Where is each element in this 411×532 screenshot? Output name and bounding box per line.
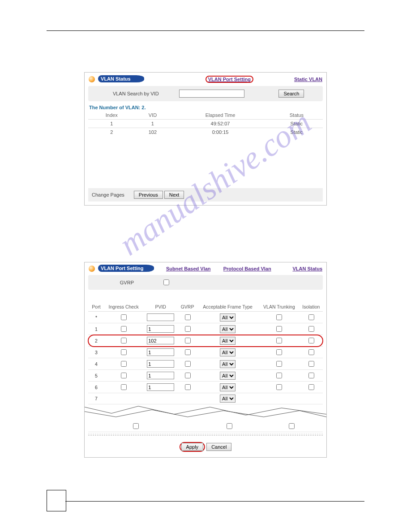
protocol-based-vlan-link[interactable]: Protocol Based Vlan: [223, 266, 271, 271]
isolation-checkbox[interactable]: [308, 314, 314, 320]
gvrp-checkbox[interactable]: [185, 326, 191, 332]
change-pages-bar: Change Pages Previous Next: [88, 188, 323, 202]
pvid-input[interactable]: [147, 325, 174, 333]
table-row: 1 1 49:52:07 Static: [88, 120, 323, 128]
search-row: VLAN Search by VID Search: [88, 86, 323, 101]
gvrp-global-row: GVRP: [88, 275, 323, 290]
previous-button[interactable]: Previous: [134, 191, 163, 199]
pvid-input[interactable]: [147, 313, 174, 321]
trunk-checkbox[interactable]: [276, 349, 282, 355]
isolation-checkbox[interactable]: [308, 384, 314, 390]
table-row: [88, 420, 323, 432]
gvrp-checkbox[interactable]: [185, 384, 191, 390]
panel1-header: VLAN Status VLAN Port Setting Static VLA…: [85, 73, 326, 85]
aft-select[interactable]: All: [220, 360, 235, 368]
ports-table: Port Ingress Check PVID GVRP Acceptable …: [88, 302, 323, 404]
gvrp-checkbox[interactable]: [185, 361, 191, 367]
col-vid: VID: [135, 111, 170, 120]
orb-icon: [89, 76, 95, 82]
col-port: Port: [88, 302, 104, 312]
aft-select[interactable]: All: [220, 348, 235, 356]
col-aft: Acceptable Frame Type: [197, 302, 259, 312]
gvrp-checkbox[interactable]: [185, 338, 191, 343]
table-row: 3 All: [88, 347, 323, 358]
pvid-input[interactable]: [147, 337, 174, 344]
search-label: VLAN Search by VID: [94, 89, 178, 98]
ingress-checkbox[interactable]: [133, 423, 139, 429]
isolation-checkbox[interactable]: [308, 338, 314, 343]
pvid-input[interactable]: [147, 348, 174, 356]
ingress-checkbox[interactable]: [121, 384, 127, 390]
pvid-input[interactable]: [147, 372, 174, 379]
vlan-status-link[interactable]: VLAN Status: [292, 266, 322, 271]
vlan-table: Index VID Elapsed Time Status 1 1 49:52:…: [88, 111, 323, 136]
aft-select[interactable]: All: [220, 395, 235, 403]
ingress-checkbox[interactable]: [121, 361, 127, 367]
isolation-checkbox[interactable]: [289, 423, 295, 429]
change-pages-label: Change Pages: [92, 192, 124, 197]
table-row: * All: [88, 312, 323, 323]
static-vlan-link[interactable]: Static VLAN: [294, 77, 322, 82]
aft-select[interactable]: All: [220, 372, 235, 380]
ports-table-tail: [88, 420, 323, 432]
cancel-button[interactable]: Cancel: [206, 443, 231, 451]
table-row: 6 All: [88, 382, 323, 393]
table-row: 2 102 0:00:15 Static: [88, 128, 323, 137]
isolation-checkbox[interactable]: [308, 349, 314, 355]
aft-select[interactable]: All: [220, 383, 235, 391]
pvid-input[interactable]: [147, 360, 174, 368]
ingress-checkbox[interactable]: [121, 373, 127, 378]
gvrp-checkbox[interactable]: [185, 314, 191, 320]
table-row-highlighted: 2 All: [88, 335, 323, 347]
search-input[interactable]: [179, 90, 244, 98]
trunk-checkbox[interactable]: [276, 338, 282, 343]
pvid-input[interactable]: [147, 383, 174, 391]
next-button[interactable]: Next: [164, 191, 184, 199]
trunk-checkbox[interactable]: [276, 314, 282, 320]
ingress-checkbox[interactable]: [121, 338, 127, 343]
trunk-checkbox[interactable]: [276, 384, 282, 390]
torn-edge-icon: [85, 404, 326, 418]
table-row: 5 All: [88, 370, 323, 382]
isolation-checkbox[interactable]: [308, 326, 314, 332]
subnet-based-vlan-link[interactable]: Subnet Based Vlan: [166, 266, 211, 271]
trunk-checkbox[interactable]: [227, 423, 232, 429]
vlan-status-panel: VLAN Status VLAN Port Setting Static VLA…: [84, 72, 327, 206]
gvrp-checkbox[interactable]: [185, 373, 191, 378]
panel1-title: VLAN Status: [98, 75, 144, 82]
apply-button[interactable]: Apply: [181, 443, 204, 451]
table-row: 7 All: [88, 393, 323, 404]
panel2-title: VLAN Port Setting: [98, 265, 154, 272]
aft-select[interactable]: All: [220, 313, 235, 322]
panel2-header: VLAN Port Setting Subnet Based Vlan Prot…: [85, 262, 326, 274]
bottom-rule: [65, 501, 364, 502]
gvrp-checkbox[interactable]: [185, 349, 191, 355]
aft-select[interactable]: All: [220, 325, 235, 333]
vlan-port-setting-panel: VLAN Port Setting Subnet Based Vlan Prot…: [84, 262, 327, 458]
trunk-checkbox[interactable]: [276, 361, 282, 367]
red-highlight-apply: Apply: [180, 442, 206, 452]
dashed-divider: [88, 434, 323, 436]
col-trunk: VLAN Trunking: [259, 302, 300, 312]
vlan-count-label: The Number of VLAN: 2.: [85, 102, 326, 111]
col-gvrp: GVRP: [178, 302, 197, 312]
col-iso: Isolation: [300, 302, 323, 312]
orb-icon: [89, 266, 95, 272]
gvrp-global-label: GVRP: [94, 278, 160, 287]
gvrp-global-checkbox[interactable]: [163, 279, 169, 285]
ingress-checkbox[interactable]: [121, 349, 127, 355]
aft-select[interactable]: All: [220, 337, 235, 345]
ingress-checkbox[interactable]: [121, 326, 127, 332]
col-status: Status: [270, 111, 323, 120]
isolation-checkbox[interactable]: [308, 373, 314, 378]
footer-box: [47, 490, 66, 511]
trunk-checkbox[interactable]: [276, 326, 282, 332]
col-ingress: Ingress Check: [104, 302, 143, 312]
search-button[interactable]: Search: [278, 90, 304, 98]
ingress-checkbox[interactable]: [121, 314, 127, 320]
isolation-checkbox[interactable]: [308, 361, 314, 367]
vlan-port-setting-link[interactable]: VLAN Port Setting: [208, 77, 251, 82]
trunk-checkbox[interactable]: [276, 373, 282, 378]
table-row: 1 All: [88, 323, 323, 335]
top-rule: [47, 30, 364, 31]
